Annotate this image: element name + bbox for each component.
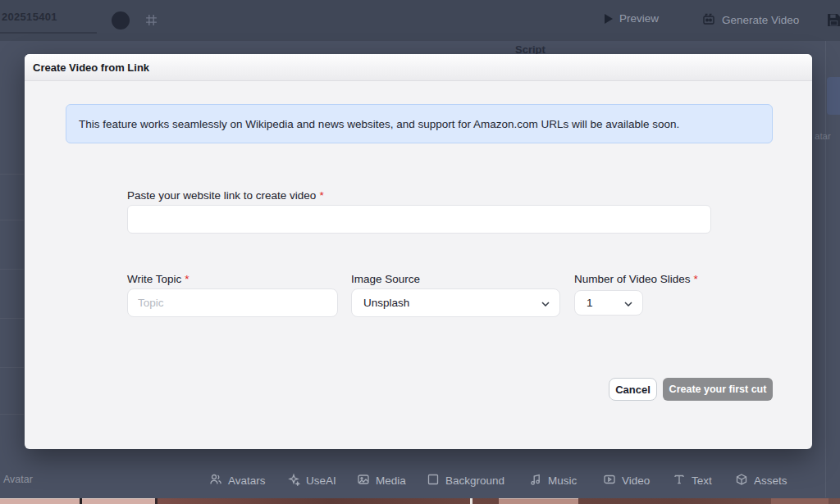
toolbar-item-music[interactable]: Music (529, 471, 577, 489)
chevron-down-icon (541, 297, 550, 309)
website-link-input[interactable] (127, 205, 711, 234)
avatar-text-fragment: atar (815, 131, 831, 141)
music-note-icon (529, 473, 542, 488)
timeline-strip[interactable] (0, 498, 840, 504)
generate-label: Generate Video (722, 14, 799, 26)
topic-input[interactable] (127, 288, 338, 317)
app-root: 202515401 Preview Generate Video (0, 0, 840, 504)
avatar-caption: Avatar (3, 474, 33, 485)
timeline-thumbnail[interactable] (771, 498, 829, 504)
modal-header: Create Video from Link (25, 54, 812, 81)
timeline-thumbnail[interactable] (499, 498, 578, 504)
toolbar-item-media[interactable]: Media (357, 471, 406, 489)
avatars-icon (209, 473, 222, 488)
toolbar-item-text[interactable]: Text (673, 471, 712, 489)
toolbar-item-assets[interactable]: Assets (735, 471, 788, 489)
generate-video-button[interactable]: Generate Video (702, 12, 799, 28)
info-banner-text: This feature works seamlessly on Wikiped… (79, 118, 679, 130)
image-source-label: Image Source (351, 273, 420, 285)
text-t-icon (673, 473, 686, 488)
video-icon (603, 473, 616, 488)
info-banner: This feature works seamlessly on Wikiped… (66, 104, 773, 143)
image-source-select[interactable]: Unsplash (351, 288, 560, 317)
create-first-cut-button[interactable]: Create your first cut (663, 378, 773, 401)
image-source-value: Unsplash (363, 297, 409, 309)
record-circle-icon[interactable] (112, 11, 130, 30)
play-icon (605, 14, 613, 24)
cancel-button[interactable]: Cancel (609, 378, 657, 401)
timeline-thumbnail[interactable] (82, 498, 155, 504)
sidebar-divider (0, 367, 24, 368)
timeline-playhead[interactable] (470, 498, 472, 504)
timeline-thumbnail[interactable] (158, 498, 470, 504)
sidebar-divider (0, 220, 24, 220)
right-panel-chip (827, 77, 840, 115)
required-asterisk: * (319, 189, 323, 202)
toolbar-label: UseAI (306, 474, 336, 487)
topic-label: Write Topic* (127, 273, 189, 285)
toolbar-label: Media (376, 474, 406, 487)
preview-button[interactable]: Preview (605, 12, 659, 25)
sparkle-ai-icon (287, 473, 300, 488)
toolbar-label: Music (548, 474, 577, 487)
top-header-bar: 202515401 Preview Generate Video (0, 0, 840, 41)
sidebar-divider (0, 318, 24, 319)
sidebar-divider (0, 414, 24, 415)
toolbar-label: Video (622, 474, 650, 487)
project-title-input[interactable]: 202515401 (2, 11, 97, 23)
right-panel-divider (825, 41, 826, 497)
preview-label: Preview (619, 12, 659, 25)
toolbar-item-avatars[interactable]: Avatars (209, 471, 266, 489)
required-asterisk: * (185, 273, 189, 285)
sidebar-divider (0, 174, 24, 175)
image-icon (357, 473, 370, 488)
toolbar-label: Background (445, 474, 504, 487)
camera-icon (702, 12, 715, 28)
save-icon[interactable] (827, 13, 840, 30)
frame-grid-icon[interactable] (145, 14, 158, 30)
assets-cube-icon (735, 473, 748, 488)
project-title-underline (0, 32, 97, 34)
toolbar-label: Text (692, 474, 712, 487)
toolbar-item-useai[interactable]: UseAI (287, 471, 336, 489)
toolbar-label: Avatars (228, 474, 266, 487)
background-square-icon (427, 473, 440, 488)
toolbar-label: Assets (754, 474, 788, 487)
toolbar-item-video[interactable]: Video (603, 471, 650, 489)
slides-count-select[interactable]: 1 (574, 290, 643, 316)
slides-count-label: Number of Video Slides* (574, 273, 698, 285)
required-asterisk: * (694, 273, 698, 285)
modal-title: Create Video from Link (33, 61, 149, 74)
timeline-thumbnail[interactable] (0, 498, 80, 504)
create-video-from-link-modal: Create Video from Link This feature work… (25, 54, 812, 449)
toolbar-item-background[interactable]: Background (427, 471, 504, 489)
sidebar-divider (0, 269, 24, 270)
slides-count-value: 1 (587, 297, 593, 309)
website-link-label: Paste your website link to create video* (127, 189, 324, 202)
chevron-down-icon (624, 297, 632, 309)
